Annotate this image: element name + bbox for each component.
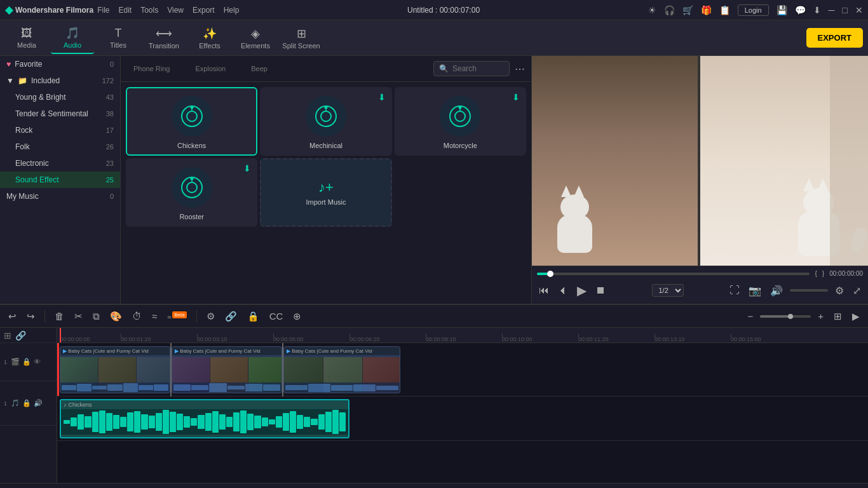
- expand-icon[interactable]: ⤢: [851, 283, 863, 299]
- fullscreen-icon[interactable]: ⛶: [728, 283, 742, 298]
- audio-card-import[interactable]: ♪+ Import Music: [260, 158, 391, 227]
- link-button[interactable]: 🔗: [222, 309, 240, 324]
- audio-card-chickens[interactable]: Chickens: [126, 87, 257, 156]
- sidebar-item-young-bright[interactable]: Young & Bright 43: [0, 89, 120, 105]
- menu-help[interactable]: Help: [224, 6, 240, 15]
- snap-button[interactable]: ⚙: [203, 309, 218, 324]
- ruler-mark-6: 00:00:10:00: [502, 336, 532, 342]
- audio-mute-icon[interactable]: 🔊: [34, 399, 43, 407]
- frame-back-button[interactable]: ⏴: [556, 283, 570, 298]
- menu-export[interactable]: Export: [193, 6, 215, 15]
- sidebar-item-my-music[interactable]: My Music 0: [0, 188, 120, 205]
- copy-button[interactable]: ⧉: [90, 309, 103, 324]
- video-eye-icon[interactable]: 👁: [34, 358, 41, 366]
- notification-icon[interactable]: 💬: [795, 5, 806, 15]
- sidebar-item-rock[interactable]: Rock 17: [0, 122, 120, 139]
- toolbar-split-screen[interactable]: ⊞ Split Screen: [280, 22, 323, 54]
- zoom-slider[interactable]: [760, 315, 811, 318]
- video-clip-1[interactable]: ▶ Baby Cats |Cute and Funny Cat Vid: [60, 346, 170, 393]
- lock-button[interactable]: 🔒: [244, 309, 262, 324]
- video-clip-2[interactable]: ▶ Baby Cats |Cute and Funny Cat Vid: [172, 346, 282, 393]
- timeline-scrollbar[interactable]: [0, 483, 868, 488]
- play-button[interactable]: ▶: [575, 281, 588, 300]
- transition-icon: ⟷: [156, 27, 172, 41]
- page-selector[interactable]: 1/2: [652, 284, 684, 297]
- menu-edit[interactable]: Edit: [118, 6, 132, 15]
- download-icon[interactable]: ⬇: [813, 5, 821, 15]
- audio-rail-icons: 🎵 🔒 🔊: [11, 399, 43, 407]
- redo-button[interactable]: ↪: [24, 309, 38, 324]
- minimize-button[interactable]: ─: [829, 5, 835, 15]
- toolbar-effects[interactable]: ✨ Effects: [188, 22, 231, 54]
- sidebar-item-included[interactable]: ▼ 📁 Included 172: [0, 72, 120, 89]
- link-tracks-icon[interactable]: 🔗: [15, 330, 26, 341]
- toolbar-elements[interactable]: ◈ Elements: [234, 22, 277, 54]
- progress-knob[interactable]: [547, 271, 553, 277]
- video-track-rail: 1 🎬 🔒 👁: [0, 343, 57, 381]
- search-box[interactable]: 🔍: [433, 61, 510, 76]
- audio-card-mechinical[interactable]: ⬇ Mechinical: [260, 87, 391, 156]
- volume-slider[interactable]: [790, 289, 828, 292]
- save-icon[interactable]: 💾: [776, 5, 787, 15]
- toolbar-media[interactable]: 🖼 Media: [5, 22, 48, 54]
- brightness-icon[interactable]: ☀: [648, 5, 656, 15]
- sidebar-item-folk[interactable]: Folk 26: [0, 139, 120, 155]
- mechinical-download-icon[interactable]: ⬇: [378, 92, 386, 102]
- skip-back-button[interactable]: ⏮: [537, 283, 551, 298]
- screenshot-icon[interactable]: 📷: [747, 283, 763, 299]
- sidebar-item-favorite[interactable]: ♥ Favorite 0: [0, 56, 120, 72]
- zoom-in-button[interactable]: +: [815, 309, 827, 323]
- effects-timeline-button[interactable]: 🎨: [107, 309, 125, 324]
- progress-bar[interactable]: [537, 273, 810, 275]
- rooster-download-icon[interactable]: ⬇: [243, 163, 251, 173]
- electronic-label: Electronic: [15, 159, 49, 168]
- menu-view[interactable]: View: [167, 6, 184, 15]
- add-track-icon[interactable]: ⊞: [4, 330, 11, 341]
- menu-tools[interactable]: Tools: [140, 6, 158, 15]
- beta-button[interactable]: ≈Beta: [164, 310, 190, 323]
- toolbar-transition[interactable]: ⟷ Transition: [142, 22, 186, 54]
- cart-icon[interactable]: 🛒: [682, 5, 693, 15]
- grid-options-icon[interactable]: ⋯: [515, 63, 525, 75]
- headphone-icon[interactable]: 🎧: [664, 5, 675, 15]
- titlebar-left: ◆ Wondershare Filmora File Edit Tools Vi…: [5, 4, 239, 16]
- gift-icon[interactable]: 🎁: [701, 5, 712, 15]
- settings-icon[interactable]: ⚙: [833, 283, 846, 299]
- delete-button[interactable]: 🗑: [51, 309, 67, 323]
- audio-adjust-button[interactable]: ≈: [149, 309, 160, 323]
- audio-card-rooster[interactable]: ⬇ Rooster: [126, 158, 257, 227]
- audio-clip-chickens[interactable]: ♪ Chickens: [60, 399, 349, 438]
- undo-button[interactable]: ↩: [5, 309, 20, 324]
- audio-lock-icon[interactable]: 🔒: [22, 399, 31, 407]
- menu-file[interactable]: File: [97, 6, 109, 15]
- cut-button[interactable]: ✂: [71, 309, 86, 324]
- svg-point-1: [187, 111, 197, 121]
- login-button[interactable]: Login: [738, 4, 769, 16]
- sidebar-item-electronic[interactable]: Electronic 23: [0, 155, 120, 172]
- ruler-mark-5: 00:00:08:10: [426, 336, 456, 342]
- zoom-in-track[interactable]: ⊕: [290, 309, 304, 324]
- search-input[interactable]: [452, 64, 503, 73]
- toolbar-titles[interactable]: T Titles: [97, 22, 140, 54]
- video-track-icon: 🎬: [11, 358, 20, 366]
- sidebar-item-sound-effect[interactable]: Sound Effect 25: [0, 172, 120, 188]
- clipboard-icon[interactable]: 📋: [719, 5, 730, 15]
- expand-timeline[interactable]: ▶: [849, 309, 863, 324]
- zoom-out-button[interactable]: −: [744, 309, 756, 323]
- subtitle-button[interactable]: CC: [266, 309, 287, 323]
- volume-icon[interactable]: 🔊: [768, 283, 785, 299]
- video-lock-icon[interactable]: 🔒: [22, 358, 31, 366]
- maximize-button[interactable]: □: [843, 5, 848, 15]
- close-button[interactable]: ✕: [855, 5, 863, 15]
- duration-button[interactable]: ⏱: [129, 309, 145, 323]
- mechinical-name: Mechinical: [309, 142, 342, 149]
- motorcycle-download-icon[interactable]: ⬇: [512, 92, 520, 102]
- fit-button[interactable]: ⊞: [831, 309, 845, 324]
- toolbar-audio[interactable]: 🎵 Audio: [51, 22, 94, 54]
- import-music-name: Import Music: [306, 198, 346, 206]
- stop-button[interactable]: ⏹: [593, 283, 607, 298]
- sidebar-item-tender[interactable]: Tender & Sentimental 38: [0, 105, 120, 122]
- export-button[interactable]: EXPORT: [806, 28, 863, 48]
- audio-card-motorcycle[interactable]: ⬇ Motorcycle: [395, 87, 526, 156]
- video-clip-3[interactable]: ▶ Baby Cats |Cute and Funny Cat Vid: [283, 346, 400, 393]
